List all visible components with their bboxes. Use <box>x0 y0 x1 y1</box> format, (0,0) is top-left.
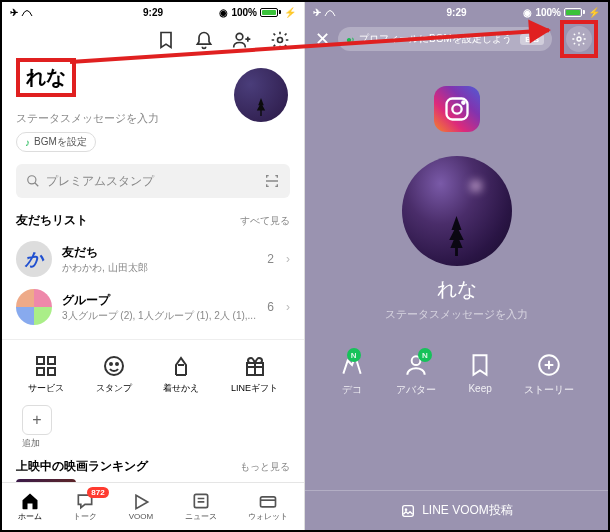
chevron-right-icon: › <box>286 252 290 266</box>
themes-button[interactable]: 着せかえ <box>163 354 199 395</box>
tab-talk[interactable]: 872トーク <box>73 491 97 522</box>
bookmark-icon[interactable] <box>156 30 176 50</box>
svg-point-20 <box>405 509 406 510</box>
svg-point-15 <box>452 104 461 113</box>
instagram-link[interactable] <box>434 86 480 132</box>
svg-point-7 <box>105 357 123 375</box>
tab-wallet[interactable]: ウォレット <box>248 491 288 522</box>
add-shortcut-button[interactable]: + <box>22 405 52 435</box>
gift-button[interactable]: LINEギフト <box>231 354 278 395</box>
svg-point-2 <box>28 176 36 184</box>
username: れな <box>26 64 66 91</box>
new-badge: N <box>418 348 432 362</box>
friends-row[interactable]: か 友だち かわかわ, 山田太郎 2› <box>2 235 304 283</box>
chevron-right-icon: › <box>286 300 290 314</box>
services-button[interactable]: サービス <box>28 354 64 395</box>
clock: 9:29 <box>446 7 466 18</box>
svg-point-1 <box>278 38 283 43</box>
svg-rect-12 <box>261 497 276 507</box>
avatar: か <box>16 241 52 277</box>
svg-point-13 <box>577 37 581 41</box>
tab-home[interactable]: ホーム <box>18 491 42 522</box>
svg-rect-5 <box>37 368 44 375</box>
search-bar[interactable]: プレミアムスタンプ <box>16 164 290 198</box>
header-icons <box>2 22 304 58</box>
bgm-set-button[interactable]: ♪BGMを設定 <box>16 132 96 152</box>
scan-icon[interactable] <box>264 173 280 189</box>
profile-status[interactable]: ステータスメッセージを入力 <box>305 307 608 322</box>
see-all-link[interactable]: すべて見る <box>240 214 290 228</box>
clock: 9:29 <box>143 7 163 18</box>
home-screen: ✈ 9:29 ◉ 100% ⚡ れな ステータスメッセージを入力 ♪BGMを設定… <box>2 2 305 530</box>
unread-badge: 872 <box>87 487 108 498</box>
avatar <box>16 289 52 325</box>
svg-rect-19 <box>403 505 414 516</box>
keep-button[interactable]: Keep <box>467 352 493 397</box>
bell-icon[interactable] <box>194 30 214 50</box>
svg-point-16 <box>462 101 464 103</box>
tab-voom[interactable]: VOOM <box>129 492 153 521</box>
profile-name: れな <box>305 276 608 303</box>
gear-icon[interactable] <box>571 31 587 47</box>
voom-post-button[interactable]: LINE VOOM投稿 <box>305 490 608 530</box>
tab-bar: ホーム 872トーク VOOM ニュース ウォレット <box>2 482 304 530</box>
friends-list-title: 友だちリスト <box>16 212 88 229</box>
story-button[interactable]: ストーリー <box>524 352 574 397</box>
status-bar: ✈ 9:29 ◉ 100% ⚡ <box>305 2 608 22</box>
avatar-button[interactable]: N アバター <box>396 352 436 397</box>
svg-rect-3 <box>37 357 44 364</box>
settings-highlight[interactable] <box>560 20 598 58</box>
username-highlight[interactable]: れな <box>16 58 76 97</box>
stamps-button[interactable]: スタンプ <box>96 354 132 395</box>
avatar-thumbnail[interactable] <box>234 68 288 122</box>
groups-row[interactable]: グループ 3人グループ (2), 1人グループ (1), 2人 (1),... … <box>2 283 304 331</box>
svg-point-8 <box>110 363 112 365</box>
movie-ranking-title: 上映中の映画ランキング <box>16 458 148 475</box>
svg-rect-6 <box>48 368 55 375</box>
more-link[interactable]: もっと見る <box>240 460 290 474</box>
add-friend-icon[interactable] <box>232 30 252 50</box>
status-bar: ✈ 9:29 ◉ 100% ⚡ <box>2 2 304 22</box>
svg-point-9 <box>116 363 118 365</box>
new-badge: N <box>347 348 361 362</box>
tab-news[interactable]: ニュース <box>185 491 217 522</box>
svg-rect-4 <box>48 357 55 364</box>
profile-avatar[interactable] <box>402 156 512 266</box>
profile-screen: ✈ 9:29 ◉ 100% ⚡ ✕ ●♪ プロフィールにBGMを設定しよう BI… <box>305 2 608 530</box>
svg-point-0 <box>236 33 243 40</box>
deco-button[interactable]: N デコ <box>339 352 365 397</box>
